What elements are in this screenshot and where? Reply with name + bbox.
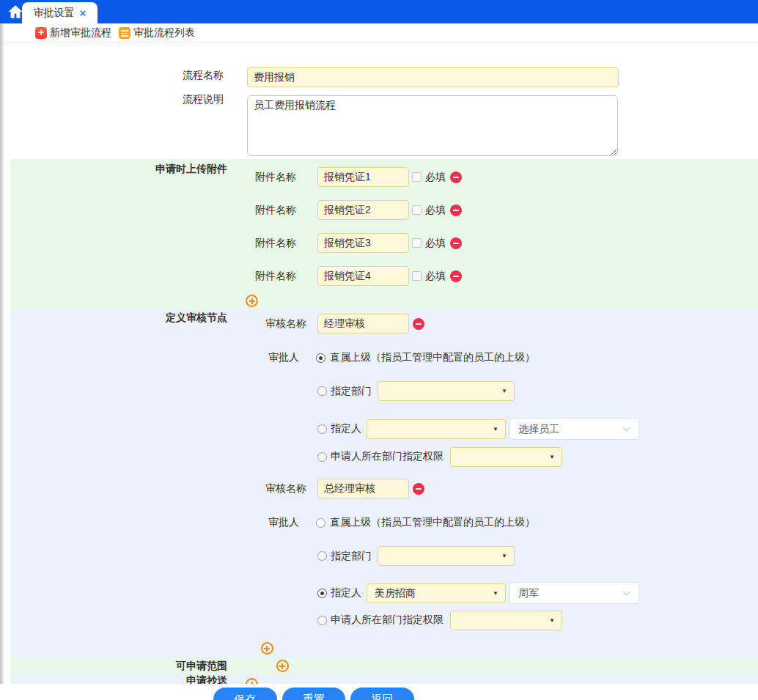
remove-node-icon[interactable] [413,318,424,330]
attachment-row: 附件名称 必填 [255,266,462,286]
employee-select[interactable]: 选择员工 [509,418,639,440]
back-button[interactable]: 返回 [350,688,414,700]
approval-flow-list-label: 审批流程列表 [133,26,195,40]
required-checkbox[interactable] [412,205,422,215]
attachments-section-label: 申请时上传附件 [117,163,227,176]
permission-option-label: 申请人所在部门指定权限 [331,614,444,627]
person-department-select[interactable]: ▼ [367,419,506,439]
scope-section-label: 可申请范围 [117,660,227,673]
department-option-label: 指定部门 [331,550,372,563]
attachment-row: 附件名称 必填 [255,200,462,220]
approver-permission-row: 申请人所在部门指定权限 ▼ [317,610,562,630]
top-bar: 审批设置 × [0,0,758,23]
toolbar: + 新增审批流程 审批流程列表 [0,23,758,43]
remove-attachment-icon[interactable] [450,205,462,216]
attachment-name-input[interactable] [317,200,409,220]
approval-settings-page: 审批设置 × + 新增审批流程 审批流程列表 流程名称 流程说明 员工费用报销流… [0,0,758,700]
required-checkbox[interactable] [412,238,422,248]
attachment-name-input[interactable] [317,266,409,286]
permission-radio[interactable] [317,452,327,462]
caret-down-icon: ▼ [549,611,555,630]
approver-supervisor-row: 审批人 直属上级（指员工管理中配置的员工的上级） [268,347,535,368]
permission-select[interactable]: ▼ [450,447,562,467]
employee-select[interactable]: 周军 [509,582,639,604]
audit-name-input[interactable] [317,314,409,334]
person-radio[interactable] [317,589,327,598]
attachment-row: 附件名称 必填 [255,233,462,253]
attachment-name-label: 附件名称 [255,237,296,250]
caret-down-icon: ▼ [501,382,507,400]
person-option-label: 指定人 [331,586,361,600]
person-radio[interactable] [317,424,327,434]
permission-option-label: 申请人所在部门指定权限 [331,450,444,463]
required-checkbox[interactable] [412,172,422,182]
tab-label: 审批设置 [34,7,75,20]
process-desc-label: 流程说明 [147,93,224,106]
attachment-name-input[interactable] [317,233,409,253]
save-button[interactable]: 保存 [213,688,277,700]
remove-attachment-icon[interactable] [450,270,462,282]
new-approval-flow-button[interactable]: + 新增审批流程 [35,26,111,40]
department-option-label: 指定部门 [331,385,372,398]
tab-approval-settings[interactable]: 审批设置 × [22,2,97,23]
required-checkbox[interactable] [412,271,422,281]
department-radio[interactable] [317,551,327,561]
approver-person-row: 指定人 ▼ 选择员工 [317,418,639,440]
chevron-down-icon [623,424,630,432]
supervisor-radio[interactable] [316,353,325,363]
list-icon [119,27,130,39]
caret-down-icon: ▼ [549,448,555,466]
person-option-label: 指定人 [331,422,361,435]
approver-label: 审批人 [268,516,299,529]
person-department-select[interactable]: 美房招商 ▼ [367,583,506,603]
audit-name-row: 审核名称 [265,478,424,499]
audit-name-label: 审核名称 [265,482,306,495]
reset-button[interactable]: 重置 [282,688,345,700]
supervisor-option-label: 直属上级（指员工管理中配置的员工的上级） [330,351,535,364]
approver-label: 审批人 [268,351,299,364]
permission-radio[interactable] [317,616,327,625]
process-name-input[interactable] [247,67,619,87]
employee-select-value: 选择员工 [518,423,559,435]
required-label: 必填 [425,204,446,217]
add-audit-node-icon[interactable] [261,642,273,655]
process-desc-textarea[interactable]: 员工费用报销流程 [247,95,618,156]
approver-supervisor-row: 审批人 直属上级（指员工管理中配置的员工的上级） [268,512,535,533]
add-scope-icon[interactable] [276,660,289,672]
add-icon: + [35,27,47,39]
department-select[interactable]: ▼ [378,546,515,566]
employee-select-value: 周军 [518,587,539,599]
cc-section: 申请抄送 [10,674,758,684]
caret-down-icon: ▼ [493,420,498,438]
approval-flow-list-button[interactable]: 审批流程列表 [119,26,195,40]
left-edge-shadow [0,23,4,700]
required-label: 必填 [425,171,446,184]
remove-attachment-icon[interactable] [450,237,462,249]
add-cc-icon[interactable] [246,678,258,684]
supervisor-radio[interactable] [316,518,325,528]
caret-down-icon: ▼ [493,584,498,603]
required-label: 必填 [425,237,446,250]
close-icon[interactable]: × [80,7,87,18]
add-attachment-icon[interactable] [246,295,258,307]
cc-section-label: 申请抄送 [117,674,227,684]
department-select[interactable]: ▼ [378,381,515,401]
required-label: 必填 [425,270,446,283]
audit-name-input[interactable] [317,479,409,498]
audit-name-row: 审核名称 [265,313,424,334]
person-department-select-value: 美房招商 [375,587,416,599]
approver-department-row: 指定部门 ▼ [317,381,515,401]
department-radio[interactable] [317,386,327,396]
supervisor-option-label: 直属上级（指员工管理中配置的员工的上级） [330,516,535,529]
process-name-label: 流程名称 [147,69,224,82]
audit-name-label: 审核名称 [265,317,306,331]
attachment-row: 附件名称 必填 [255,167,462,187]
approver-department-row: 指定部门 ▼ [317,546,515,566]
approver-permission-row: 申请人所在部门指定权限 ▼ [317,446,562,467]
remove-node-icon[interactable] [413,483,424,495]
permission-select[interactable]: ▼ [450,611,562,630]
attachment-name-input[interactable] [317,167,409,187]
new-approval-flow-label: 新增审批流程 [50,26,111,40]
remove-attachment-icon[interactable] [450,172,462,183]
audit-nodes-section-label: 定义审核节点 [117,312,227,325]
